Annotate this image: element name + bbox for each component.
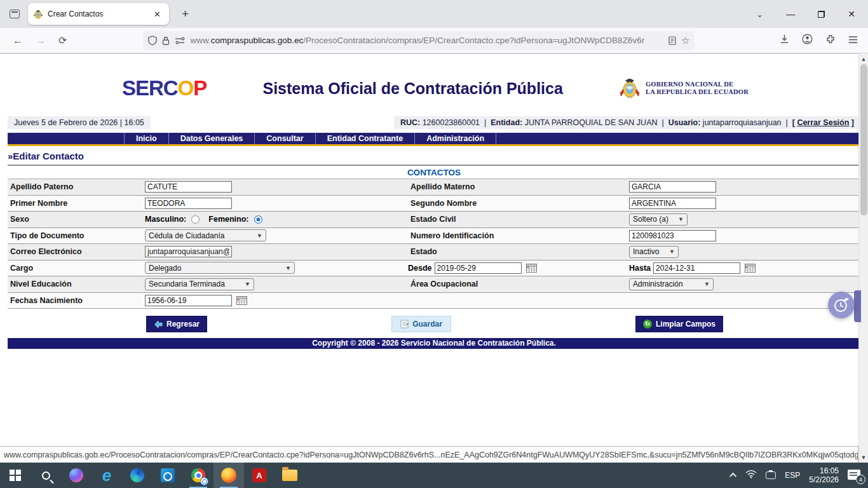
taskbar-outlook-button[interactable] <box>153 463 183 488</box>
page-title: Sistema Oficial de Contratación Pública <box>207 79 619 98</box>
sexo-label: Sexo <box>8 215 145 224</box>
lock-icon[interactable] <box>162 36 170 45</box>
desde-label: Desde <box>408 264 432 273</box>
close-window-button[interactable]: ✕ <box>848 9 855 19</box>
system-tray: ESP 16:05 5/2/2026 4 <box>731 466 868 484</box>
masculino-radio[interactable] <box>191 215 200 224</box>
nav-item-datos-generales[interactable]: Datos Generales <box>168 133 255 144</box>
guardar-button[interactable]: Guardar <box>391 316 451 332</box>
edge-icon <box>130 468 144 482</box>
scroll-down-arrow-icon[interactable]: ▼ <box>859 452 868 463</box>
scrollbar-thumb[interactable] <box>860 64 867 215</box>
masculino-label: Masculino: <box>145 215 186 224</box>
numero-identificacion-label: Numero Identificación <box>408 231 629 240</box>
clock[interactable]: 16:05 5/2/2026 <box>809 466 839 484</box>
estado-civil-select[interactable]: Soltero (a)▼ <box>629 214 688 226</box>
femenino-radio[interactable] <box>254 215 262 224</box>
copilot-icon <box>69 468 83 482</box>
apellido-materno-input[interactable] <box>629 181 716 193</box>
taskbar: e A ESP 16:05 5/2/2026 4 <box>0 463 868 488</box>
bookmark-star-icon[interactable]: ☆ <box>681 35 689 46</box>
correo-input[interactable] <box>145 246 232 257</box>
desde-calendar-icon[interactable] <box>526 264 537 273</box>
shield-icon[interactable] <box>148 36 157 45</box>
form-row: Cargo Delegado▼ Desde Hasta <box>8 261 860 277</box>
fecha-nacimiento-input[interactable] <box>145 295 232 306</box>
desde-input[interactable] <box>435 262 522 274</box>
chevron-down-icon: ▼ <box>678 216 684 222</box>
area-ocupacional-select[interactable]: Administración▼ <box>629 278 714 290</box>
vertical-scrollbar[interactable]: ▲ ▼ <box>858 53 868 463</box>
limpiar-campos-button[interactable]: ↻ Limpiar Campos <box>635 316 723 332</box>
permissions-icon[interactable] <box>175 37 185 44</box>
account-icon[interactable] <box>802 34 813 47</box>
touch-keyboard-icon[interactable] <box>766 471 776 479</box>
taskbar-copilot-button[interactable] <box>61 463 92 488</box>
extensions-icon[interactable] <box>825 34 836 47</box>
forward-button[interactable]: → <box>29 32 52 49</box>
nav-item-consultar[interactable]: Consultar <box>254 133 315 144</box>
segundo-nombre-input[interactable] <box>629 198 716 209</box>
new-tab-button[interactable]: + <box>177 7 194 21</box>
taskbar-search-button[interactable] <box>31 463 61 488</box>
tipo-documento-select[interactable]: Cédula de Ciudadanía▼ <box>145 229 266 241</box>
gov-text-line2: LA REPUBLICA DEL ECUADOR <box>646 88 749 96</box>
hasta-input[interactable] <box>653 262 740 274</box>
minimize-button[interactable]: — <box>786 9 795 19</box>
menu-icon[interactable] <box>848 35 858 46</box>
firefox-view-icon[interactable] <box>5 4 24 24</box>
logout-link[interactable]: [ Cerrar Sesión ] <box>792 118 854 127</box>
numero-identificacion-input[interactable] <box>629 230 716 241</box>
estado-select[interactable]: Inactivo▼ <box>629 246 679 258</box>
tray-expand-chevron-icon[interactable] <box>729 473 736 480</box>
site-header: SERCOP Sistema Oficial de Contratación P… <box>0 54 868 109</box>
browser-tab[interactable]: Crear Contactos ✕ <box>28 3 169 25</box>
button-row: Regresar Guardar ↻ Limpiar Campos <box>8 316 860 332</box>
regresar-button[interactable]: Regresar <box>146 316 207 332</box>
reload-button[interactable]: ⟳ <box>52 32 73 49</box>
taskbar-explorer-button[interactable] <box>275 463 305 488</box>
wifi-icon[interactable] <box>745 470 757 481</box>
page-heading: »Editar Contacto <box>8 151 860 166</box>
chevron-down-icon: ▼ <box>669 248 675 255</box>
taskbar-acrobat-button[interactable]: A <box>244 463 275 488</box>
nav-item-inicio[interactable]: Inicio <box>124 133 168 144</box>
list-tabs-chevron-icon[interactable]: ⌄ <box>756 10 763 19</box>
url-text[interactable]: www.compraspublicas.gob.ec/ProcesoContra… <box>190 36 663 45</box>
back-arrow-icon <box>154 320 163 329</box>
windows-logo-icon <box>10 470 21 481</box>
info-bar: Jueves 5 de Febrero de 2026 | 16:05 RUC:… <box>8 116 860 129</box>
widget-edge-tab[interactable] <box>854 290 861 322</box>
tab-close-icon[interactable]: ✕ <box>151 8 164 20</box>
taskbar-internet-explorer-button[interactable]: e <box>92 463 122 488</box>
taskbar-chrome-button[interactable] <box>183 463 214 488</box>
fecha-nacimiento-calendar-icon[interactable] <box>236 296 247 305</box>
status-bar: www.compraspublicas.gob.ec/ProcesoContra… <box>0 446 858 463</box>
hasta-calendar-icon[interactable] <box>745 264 756 273</box>
chrome-profile-badge <box>200 477 208 485</box>
taskbar-edge-button[interactable] <box>122 463 153 488</box>
back-button[interactable]: ← <box>6 32 29 49</box>
nivel-educacion-label: Nivel Educación <box>8 280 145 288</box>
language-indicator[interactable]: ESP <box>785 471 800 480</box>
reader-view-icon[interactable] <box>668 36 676 45</box>
downloads-icon[interactable] <box>780 34 789 46</box>
internet-explorer-icon: e <box>102 468 111 482</box>
notification-center-button[interactable]: 4 <box>848 470 862 481</box>
start-button[interactable] <box>0 463 31 488</box>
screen: Crear Contactos ✕ + ⌄ — ✕ ← → ⟳ www.comp… <box>0 0 868 488</box>
restore-button[interactable] <box>818 11 825 18</box>
cargo-select[interactable]: Delegado▼ <box>145 262 295 274</box>
nav-item-administracion[interactable]: Administración <box>414 133 496 144</box>
scroll-up-arrow-icon[interactable]: ▲ <box>859 53 868 64</box>
url-bar[interactable]: www.compraspublicas.gob.ec/ProcesoContra… <box>143 31 695 50</box>
primer-nombre-input[interactable] <box>145 198 232 209</box>
taskbar-firefox-button[interactable] <box>214 463 244 488</box>
nivel-educacion-select[interactable]: Secundaria Terminada▼ <box>145 278 254 290</box>
nav-item-entidad-contratante[interactable]: Entidad Contratante <box>315 133 414 144</box>
chevron-down-icon: ▼ <box>704 281 710 287</box>
apellido-paterno-input[interactable] <box>145 181 232 193</box>
apellido-materno-label: Apellido Materno <box>408 182 629 191</box>
copyright-bar: Copyright © 2008 - 2026 Servicio Naciona… <box>8 338 860 349</box>
timer-widget[interactable] <box>828 292 855 318</box>
